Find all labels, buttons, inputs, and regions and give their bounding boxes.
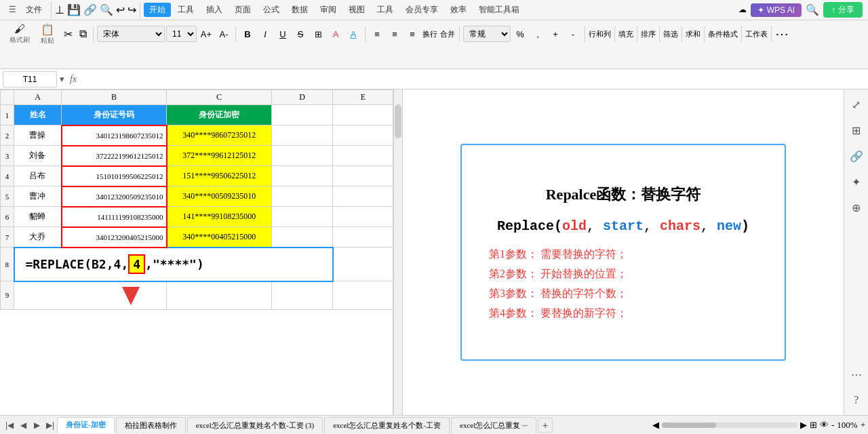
condition-format-button[interactable]: 条件格式 bbox=[708, 29, 738, 39]
sidebar-icon-5[interactable]: ⊕ bbox=[847, 198, 866, 217]
tab-add-button[interactable]: + bbox=[538, 418, 553, 433]
header-name-cell[interactable]: 姓名 bbox=[14, 105, 62, 125]
sidebar-icon-1[interactable]: ⤢ bbox=[847, 95, 866, 114]
cloud-icon[interactable]: ☁ bbox=[738, 5, 747, 15]
horizontal-scrollbar[interactable] bbox=[662, 422, 797, 428]
cell-reference-input[interactable] bbox=[3, 71, 57, 87]
empty-e8[interactable] bbox=[333, 248, 394, 281]
nav-left-icon[interactable]: ◀ bbox=[652, 420, 659, 431]
formula-input[interactable] bbox=[82, 71, 865, 87]
nav-right-icon[interactable]: ▶ bbox=[800, 420, 807, 431]
toolbar-icon-6[interactable]: ↪ bbox=[127, 3, 136, 16]
scrollbar-thumb-h[interactable] bbox=[662, 422, 716, 428]
empty-d2[interactable] bbox=[272, 125, 333, 146]
align-left-button[interactable]: ≡ bbox=[369, 26, 385, 42]
percent-button[interactable]: % bbox=[512, 26, 528, 42]
empty-e3[interactable] bbox=[333, 146, 394, 166]
menu-formula[interactable]: 公式 bbox=[258, 3, 285, 17]
search-icon[interactable]: 🔍 bbox=[806, 3, 819, 16]
eye-icon[interactable]: 👁 bbox=[820, 420, 829, 431]
sidebar-icon-4[interactable]: ✦ bbox=[847, 172, 866, 191]
font-size-select[interactable]: 11 bbox=[166, 26, 197, 42]
sidebar-icon-6[interactable]: ⋯ bbox=[847, 365, 866, 384]
zoom-in-icon[interactable]: + bbox=[861, 420, 865, 431]
strikethrough-button[interactable]: S bbox=[292, 26, 309, 42]
name-cell-5[interactable]: 曹冲 bbox=[14, 186, 62, 207]
menu-home[interactable]: 开始 bbox=[144, 3, 171, 17]
name-cell-7[interactable]: 大乔 bbox=[14, 227, 62, 248]
bold-button[interactable]: B bbox=[239, 26, 256, 42]
filter-button[interactable]: 筛选 bbox=[663, 29, 678, 39]
empty-e9[interactable] bbox=[333, 281, 394, 310]
name-cell-2[interactable]: 曹操 bbox=[14, 125, 62, 146]
cut-button[interactable]: ✂ bbox=[61, 25, 75, 43]
empty-d6[interactable] bbox=[272, 207, 333, 227]
format-style-button[interactable]: 🖌 格式刷 bbox=[5, 24, 34, 44]
id-cell-4[interactable]: 151010199506225012 bbox=[62, 166, 167, 186]
fill-button[interactable]: 填充 bbox=[618, 29, 633, 39]
align-right-button[interactable]: ≡ bbox=[404, 26, 420, 42]
expand-row-icon[interactable]: ▾ bbox=[60, 74, 64, 85]
tab-3[interactable]: excel怎么汇总重复姓名个数-工资 bbox=[324, 417, 450, 433]
header-id-cell[interactable]: 身份证号码 bbox=[62, 105, 167, 125]
border-button[interactable]: ⊞ bbox=[310, 26, 326, 42]
menu-view[interactable]: 视图 bbox=[343, 3, 370, 17]
menu-tools2[interactable]: 工具 bbox=[372, 3, 399, 17]
decrease-font-button[interactable]: A- bbox=[216, 26, 232, 42]
name-cell-4[interactable]: 吕布 bbox=[14, 166, 62, 186]
menu-ai-tools[interactable]: 智能工具箱 bbox=[473, 3, 525, 17]
zoom-out-icon[interactable]: - bbox=[831, 420, 834, 431]
merge-button[interactable]: 合并 bbox=[439, 26, 456, 42]
enc-cell-2[interactable]: 340****98607235012 bbox=[167, 125, 272, 146]
table-format-button[interactable]: 工作表 bbox=[745, 29, 768, 39]
enc-cell-3[interactable]: 372****99612125012 bbox=[167, 146, 272, 166]
enc-cell-6[interactable]: 141****99108235000 bbox=[167, 207, 272, 227]
tab-next-next-button[interactable]: ▶| bbox=[43, 418, 57, 432]
menu-file[interactable]: 文件 bbox=[20, 3, 47, 17]
number-format-select[interactable]: 常规 bbox=[463, 26, 511, 42]
expand-icon[interactable]: ⋯ bbox=[775, 26, 789, 42]
empty-e5[interactable] bbox=[333, 186, 394, 207]
menu-efficiency[interactable]: 效率 bbox=[445, 3, 472, 17]
header-enc-cell[interactable]: 身份证加密 bbox=[167, 105, 272, 125]
tab-next-button[interactable]: ▶ bbox=[30, 418, 43, 432]
empty-d7[interactable] bbox=[272, 227, 333, 248]
formula-display-cell[interactable]: =REPLACE(B2,4,4,"****") bbox=[14, 248, 333, 281]
wps-ai-button[interactable]: ✦ WPS AI bbox=[751, 3, 802, 17]
empty-e6[interactable] bbox=[333, 207, 394, 227]
empty-e4[interactable] bbox=[333, 166, 394, 186]
empty-e7[interactable] bbox=[333, 227, 394, 248]
sheet-grid-icon[interactable]: ⊞ bbox=[810, 420, 817, 431]
toolbar-icon-3[interactable]: 🔗 bbox=[83, 3, 97, 16]
name-cell-3[interactable]: 刘备 bbox=[14, 146, 62, 166]
sum-button[interactable]: 求和 bbox=[686, 29, 701, 39]
row-col-button[interactable]: 行和列 bbox=[589, 29, 611, 39]
copy-button[interactable]: ⧉ bbox=[77, 25, 90, 43]
tab-prev-button[interactable]: ◀ bbox=[16, 418, 30, 432]
empty-e2[interactable] bbox=[333, 125, 394, 146]
sidebar-icon-2[interactable]: ⊞ bbox=[847, 121, 866, 140]
id-cell-2[interactable]: 340123198607235012 bbox=[62, 125, 167, 146]
empty-d5[interactable] bbox=[272, 186, 333, 207]
sidebar-icon-3[interactable]: 🔗 bbox=[847, 146, 866, 165]
increase-font-button[interactable]: A+ bbox=[198, 26, 214, 42]
tab-4[interactable]: excel怎么汇总重复 ··· bbox=[451, 417, 536, 433]
comma-button[interactable]: , bbox=[530, 26, 546, 42]
empty-c9[interactable] bbox=[167, 281, 272, 310]
share-button[interactable]: ↑ 分享 bbox=[823, 2, 863, 18]
fill-color-button[interactable]: A bbox=[328, 26, 344, 42]
underline-button[interactable]: U bbox=[275, 26, 291, 42]
hamburger-icon[interactable]: ☰ bbox=[5, 3, 19, 17]
toolbar-icon-4[interactable]: 🔍 bbox=[100, 3, 113, 16]
empty-d3[interactable] bbox=[272, 146, 333, 166]
vertical-scrollbar[interactable] bbox=[393, 90, 403, 415]
id-cell-6[interactable]: 141111199108235000 bbox=[62, 207, 167, 227]
enc-cell-5[interactable]: 340****00509235010 bbox=[167, 186, 272, 207]
empty-d9[interactable] bbox=[272, 281, 333, 310]
tab-2[interactable]: excel怎么汇总重复姓名个数-工资 (3) bbox=[187, 417, 323, 433]
toolbar-icon-2[interactable]: 💾 bbox=[67, 3, 81, 16]
menu-insert[interactable]: 插入 bbox=[201, 3, 228, 17]
menu-data[interactable]: 数据 bbox=[286, 3, 313, 17]
empty-d1[interactable] bbox=[272, 105, 333, 125]
name-cell-6[interactable]: 貂蝉 bbox=[14, 207, 62, 227]
